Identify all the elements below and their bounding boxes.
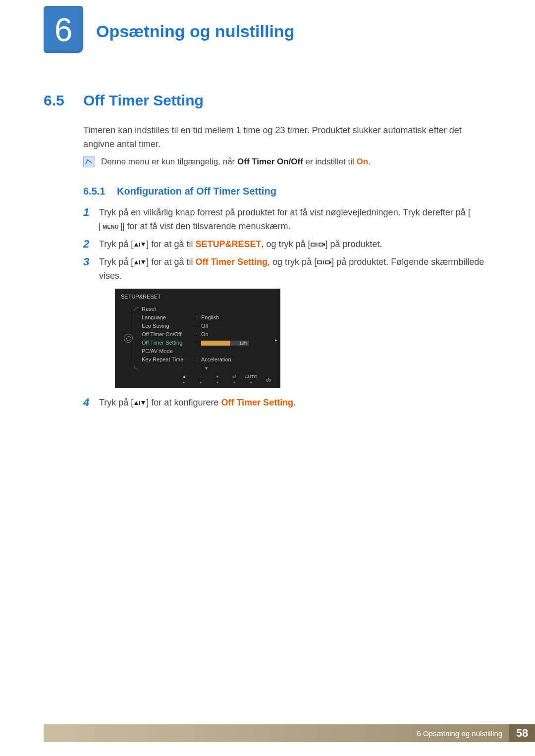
page-footer: 6 Opsætning og nulstilling 58	[44, 724, 535, 742]
step2-text-b: ] for at gå til	[146, 239, 195, 249]
osd-power-icon: ⏻	[260, 376, 276, 385]
svg-marker-16	[141, 401, 145, 405]
osd-row-eco: Eco Saving: Off	[137, 322, 275, 331]
osd-screenshot: SETUP&RESET Reset Language: English	[115, 289, 484, 388]
step2-target: SETUP&RESET	[195, 239, 261, 249]
subsection-number: 6.5.1	[83, 186, 117, 197]
osd-label: Reset	[142, 305, 196, 313]
up-down-icon	[133, 241, 146, 249]
up-down-icon	[133, 258, 146, 266]
note-suffix: .	[368, 157, 371, 166]
enter-source-icon	[310, 241, 325, 249]
step4-text-a: Tryk på [	[99, 398, 133, 407]
osd-enter-icon: ⏎▾	[226, 376, 243, 385]
osd-row-pcav: PC/AV Mode	[137, 348, 275, 356]
osd-footer: ◄▾ −▾ +▾ ⏎▾ AUTO▾ ⏻	[115, 374, 280, 388]
step2-text-a: Tryk på [	[99, 239, 133, 249]
osd-label: PC/AV Mode	[142, 347, 196, 355]
chevron-down-icon: ▾	[137, 364, 275, 371]
svg-rect-10	[318, 261, 321, 264]
osd-slider: 10h	[201, 341, 249, 346]
note-icon	[83, 156, 95, 167]
osd-value: On	[201, 330, 275, 339]
menu-button-icon: MENU	[99, 223, 122, 231]
step4-target: Off Timer Setting	[221, 398, 293, 407]
svg-rect-11	[323, 260, 324, 264]
svg-rect-5	[319, 243, 323, 246]
step-body: Tryk på en vilkårlig knap forrest på pro…	[99, 206, 484, 234]
step1-text-b: ] for at få vist den tilsvarende menuskæ…	[122, 221, 290, 231]
step4-text-b: ] for at konfigurere	[146, 398, 221, 407]
osd-back-icon: ◄▾	[175, 376, 192, 385]
svg-marker-14	[134, 401, 138, 405]
step-number: 2	[83, 238, 99, 252]
section-number: 6.5	[44, 92, 83, 109]
osd-row-offtimer-setting: Off Timer Setting: 10h	[137, 339, 275, 348]
step-body: Tryk på [] for at gå til SETUP&RESET, og…	[99, 238, 484, 252]
svg-rect-1	[139, 243, 140, 247]
intro-paragraph: Timeren kan indstilles til en tid mellem…	[83, 124, 484, 151]
enter-source-icon	[317, 258, 331, 266]
step3-text-a: Tryk på [	[99, 257, 133, 267]
step-body: Tryk på [] for at gå til Off Timer Setti…	[99, 255, 484, 392]
step4-text-c: .	[293, 398, 296, 407]
chapter-title: Opsætning og nulstilling	[96, 22, 294, 41]
osd-row-offtimer-onoff: Off Timer On/Off: On	[137, 331, 275, 339]
step2-text-d: ] på produktet.	[325, 239, 382, 249]
steps-list: 1 Tryk på en vilkårlig knap forrest på p…	[83, 206, 484, 413]
svg-marker-0	[134, 243, 138, 247]
note-mid: er indstillet til	[303, 157, 357, 166]
step3-text-c: , og tryk på [	[268, 257, 317, 267]
osd-panel: SETUP&RESET Reset Language: English	[115, 289, 280, 388]
page-number: 58	[509, 724, 535, 742]
osd-title: SETUP&RESET	[115, 289, 280, 304]
osd-label: Key Repeat Time	[142, 355, 196, 364]
osd-minus-icon: −▾	[192, 376, 209, 385]
footer-chapter-label: 6 Opsætning og nulstilling	[44, 724, 509, 742]
step-4: 4 Tryk på [] for at konfigurere Off Time…	[83, 396, 484, 410]
step-3: 3 Tryk på [] for at gå til Off Timer Set…	[83, 255, 484, 392]
subsection-title: Konfiguration af Off Timer Setting	[117, 186, 276, 197]
section-heading: 6.5 Off Timer Setting	[44, 92, 204, 109]
step-number: 4	[83, 396, 99, 410]
note-bold2: On	[357, 157, 369, 166]
osd-row-keyrepeat: Key Repeat Time: Acceleration	[137, 356, 275, 364]
svg-marker-2	[141, 243, 145, 247]
osd-label: Off Timer On/Off	[142, 330, 196, 339]
step3-target: Off Timer Setting	[195, 257, 268, 267]
chapter-header: 6 Opsætning og nulstilling	[44, 6, 294, 53]
osd-row-reset: Reset	[137, 305, 275, 314]
gear-icon	[124, 334, 133, 343]
svg-marker-7	[134, 260, 138, 264]
osd-bracket-icon	[134, 307, 139, 369]
osd-label: Off Timer Setting	[142, 339, 196, 347]
osd-label: Eco Saving	[142, 322, 196, 330]
subsection-heading: 6.5.1 Konfiguration af Off Timer Setting	[83, 186, 276, 197]
step-number: 1	[83, 206, 99, 234]
section-title: Off Timer Setting	[83, 92, 204, 109]
svg-rect-8	[139, 260, 140, 264]
note-text: Denne menu er kun tilgængelig, når Off T…	[101, 155, 371, 168]
osd-slider-value: 10h	[239, 340, 247, 347]
osd-plus-icon: +▾	[209, 376, 226, 385]
svg-rect-3	[311, 243, 315, 246]
osd-label: Language	[142, 313, 196, 322]
svg-rect-15	[139, 401, 140, 405]
step-body: Tryk på [] for at konfigurere Off Timer …	[99, 396, 484, 410]
up-down-icon	[133, 399, 146, 407]
note-prefix: Denne menu er kun tilgængelig, når	[101, 157, 237, 166]
chevron-right-icon: ▸	[275, 336, 277, 344]
chapter-number-badge: 6	[44, 6, 83, 53]
osd-row-language: Language: English	[137, 314, 275, 322]
note-block: Denne menu er kun tilgængelig, når Off T…	[83, 155, 371, 168]
step-1: 1 Tryk på en vilkårlig knap forrest på p…	[83, 206, 484, 234]
step3-text-b: ] for at gå til	[146, 257, 195, 267]
osd-auto-label: AUTO▾	[243, 376, 260, 385]
osd-value: Off	[201, 322, 275, 330]
step-number: 3	[83, 255, 99, 392]
svg-marker-9	[141, 260, 145, 264]
svg-rect-4	[317, 243, 318, 247]
note-bold1: Off Timer On/Off	[237, 157, 303, 166]
step-2: 2 Tryk på [] for at gå til SETUP&RESET, …	[83, 238, 484, 252]
step1-text-a: Tryk på en vilkårlig knap forrest på pro…	[99, 207, 471, 217]
